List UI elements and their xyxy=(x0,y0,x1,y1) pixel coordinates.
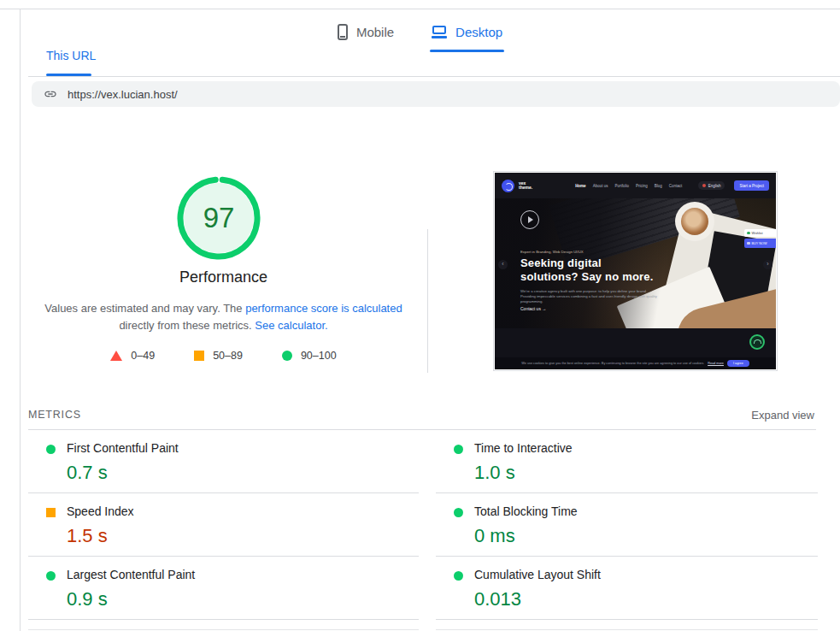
metric-speed-index: Speed Index 1.5 s xyxy=(28,493,419,557)
site-language-pill: English xyxy=(698,181,725,190)
metric-status-icon xyxy=(454,571,463,581)
site-start-project-button: Start a Project xyxy=(734,180,769,191)
hero-contact-link: Contact us → xyxy=(520,306,546,311)
site-flag-icon xyxy=(702,184,706,187)
metric-status-icon xyxy=(46,508,56,517)
tab-desktop[interactable]: Desktop xyxy=(432,19,502,44)
site-wishlist-button: Wishlist xyxy=(744,229,776,237)
pass-circle-icon xyxy=(282,351,292,361)
desktop-laptop-icon xyxy=(432,26,447,38)
metric-status-icon xyxy=(454,508,463,517)
calc-link[interactable]: performance score is calculated xyxy=(245,302,402,315)
tab-mobile-label: Mobile xyxy=(356,25,394,39)
site-logo-icon xyxy=(502,180,514,192)
site-buy-now-button: BUY NOW xyxy=(744,239,776,248)
metric-first-contentful-paint: First Contentful Paint 0.7 s xyxy=(28,430,419,493)
expand-view-button[interactable]: Expand view xyxy=(751,409,814,422)
hero-eyebrow: Expert in Branding, Web Design UI/UX xyxy=(520,250,584,254)
legend-average: 50–89 xyxy=(194,350,243,362)
score-legend: 0–49 50–89 90–100 xyxy=(20,350,427,362)
site-nav-contact: Contact xyxy=(669,184,683,188)
tested-url: https://vex.lucian.host/ xyxy=(68,88,178,101)
fail-triangle-icon xyxy=(110,351,122,361)
metric-status-icon xyxy=(46,571,56,581)
see-calculator-link[interactable]: See calculator. xyxy=(255,319,327,332)
site-lower-section xyxy=(495,328,776,357)
site-nav-links: Home About us Portfolio Pricing Blog Con… xyxy=(575,184,682,188)
score-disclaimer: Values are estimated and may vary. The p… xyxy=(20,300,427,334)
site-nav-portfolio: Portfolio xyxy=(614,184,629,188)
hero-paragraph: We're a creative agency built with one p… xyxy=(520,289,657,304)
link-icon xyxy=(44,87,57,101)
hero-heading: Seeking digital solutions? Say no more. xyxy=(520,257,654,283)
metric-total-blocking-time: Total Blocking Time 0 ms xyxy=(436,493,818,557)
legend-fail: 0–49 xyxy=(110,350,155,362)
site-hero: Expert in Branding, Web Design UI/UX See… xyxy=(495,198,776,328)
cookie-text: We use cookies to give you the best onli… xyxy=(521,362,704,365)
disclaimer-text: Values are estimated and may vary. The xyxy=(44,302,245,315)
site-nav-blog: Blog xyxy=(655,184,662,188)
site-preview: vex theme. Home About us Portfolio Prici… xyxy=(495,173,776,369)
legend-pass-range: 90–100 xyxy=(301,350,337,362)
site-chat-widget-icon xyxy=(749,334,765,350)
tab-desktop-active-underline xyxy=(430,50,504,52)
metric-status-icon xyxy=(46,445,56,454)
header-divider xyxy=(0,9,840,9)
metrics-section-label: METRICS xyxy=(28,409,81,421)
url-bar[interactable]: https://vex.lucian.host/ xyxy=(32,81,840,107)
site-navbar: vex theme. Home About us Portfolio Prici… xyxy=(495,173,776,198)
site-cookie-banner: We use cookies to give you the best onli… xyxy=(495,357,776,369)
tab-this-url[interactable]: This URL xyxy=(46,49,96,62)
site-nav-pricing: Pricing xyxy=(636,184,648,188)
site-nav-about: About us xyxy=(593,184,608,188)
play-button-icon xyxy=(520,210,539,229)
cookie-agree-button: I agree xyxy=(727,360,749,367)
carousel-left-arrow-icon: ‹ xyxy=(498,260,508,269)
tab-desktop-label: Desktop xyxy=(455,25,502,39)
site-floating-buttons: Wishlist BUY NOW xyxy=(744,229,776,248)
site-nav-home: Home xyxy=(575,184,586,188)
average-square-icon xyxy=(194,351,204,361)
performance-score: 97 xyxy=(176,175,261,261)
next-section-divider-left xyxy=(28,629,419,630)
tab-mobile[interactable]: Mobile xyxy=(338,19,394,44)
legend-pass: 90–100 xyxy=(282,350,337,362)
mobile-phone-icon xyxy=(338,24,348,40)
summary-vertical-divider xyxy=(427,229,428,373)
legend-fail-range: 0–49 xyxy=(131,350,155,362)
metric-cumulative-layout-shift: Cumulative Layout Shift 0.013 xyxy=(436,557,818,620)
device-tabs: Mobile Desktop xyxy=(0,19,840,44)
disclaimer-text-2: directly from these metrics. xyxy=(119,319,255,332)
performance-label: Performance xyxy=(20,268,427,286)
legend-average-range: 50–89 xyxy=(213,350,243,362)
cookie-read-more-link: Read more xyxy=(708,362,724,365)
metric-time-to-interactive: Time to Interactive 1.0 s xyxy=(436,430,818,493)
url-tabs-divider xyxy=(28,76,840,77)
metric-largest-contentful-paint: Largest Contentful Paint 0.9 s xyxy=(28,557,419,620)
next-section-divider-right xyxy=(436,629,818,630)
page-screenshot-thumbnail[interactable]: vex theme. Home About us Portfolio Prici… xyxy=(493,171,778,371)
performance-gauge[interactable]: 97 xyxy=(176,175,261,261)
carousel-right-arrow-icon: › xyxy=(763,260,772,269)
wishlist-icon xyxy=(747,232,750,235)
metric-status-icon xyxy=(454,445,463,454)
cart-icon xyxy=(747,242,750,245)
site-logo-text: vex theme. xyxy=(519,181,534,191)
